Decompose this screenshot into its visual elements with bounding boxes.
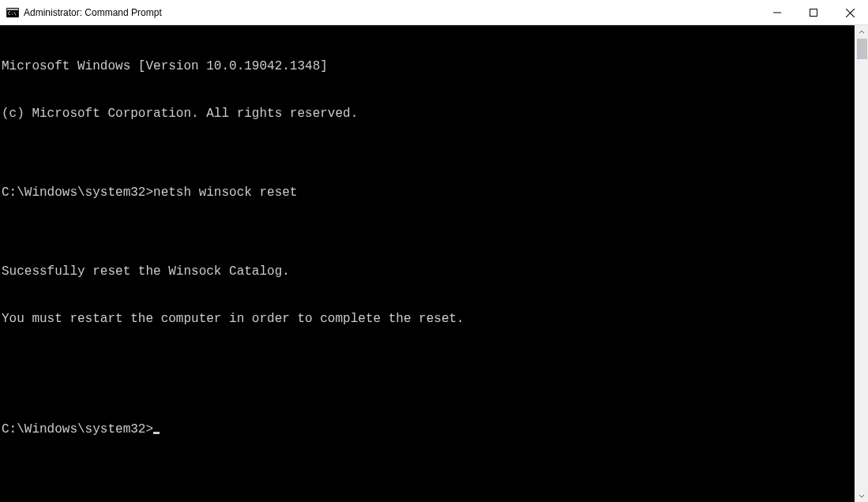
terminal-line: (c) Microsoft Corporation. All rights re… xyxy=(0,106,855,122)
terminal-prompt: C:\Windows\system32> xyxy=(2,422,153,436)
scroll-thumb[interactable] xyxy=(857,39,867,59)
svg-rect-4 xyxy=(810,9,817,17)
terminal-line: You must restart the computer in order t… xyxy=(0,311,855,327)
terminal-line: Sucessfully reset the Winsock Catalog. xyxy=(0,264,855,279)
window-controls xyxy=(759,0,868,24)
titlebar: C:\ Administrator: Command Prompt xyxy=(0,0,868,25)
svg-text:C:\: C:\ xyxy=(8,10,17,16)
terminal-prompt-line: C:\Windows\system32> xyxy=(0,421,855,437)
terminal-line: C:\Windows\system32>netsh winsock reset xyxy=(0,185,855,200)
scroll-track[interactable] xyxy=(855,39,869,489)
scroll-down-arrow-icon[interactable] xyxy=(855,489,869,502)
close-button[interactable] xyxy=(832,0,868,25)
vertical-scrollbar[interactable] xyxy=(855,25,868,502)
client-area: Microsoft Windows [Version 10.0.19042.13… xyxy=(0,25,868,502)
maximize-button[interactable] xyxy=(795,0,832,25)
cursor xyxy=(153,432,160,434)
cmd-icon: C:\ xyxy=(6,6,19,19)
scroll-up-arrow-icon[interactable] xyxy=(855,25,869,39)
window-title: Administrator: Command Prompt xyxy=(24,7,759,18)
minimize-button[interactable] xyxy=(759,0,795,25)
terminal[interactable]: Microsoft Windows [Version 10.0.19042.13… xyxy=(0,25,855,502)
terminal-line: Microsoft Windows [Version 10.0.19042.13… xyxy=(0,58,855,74)
